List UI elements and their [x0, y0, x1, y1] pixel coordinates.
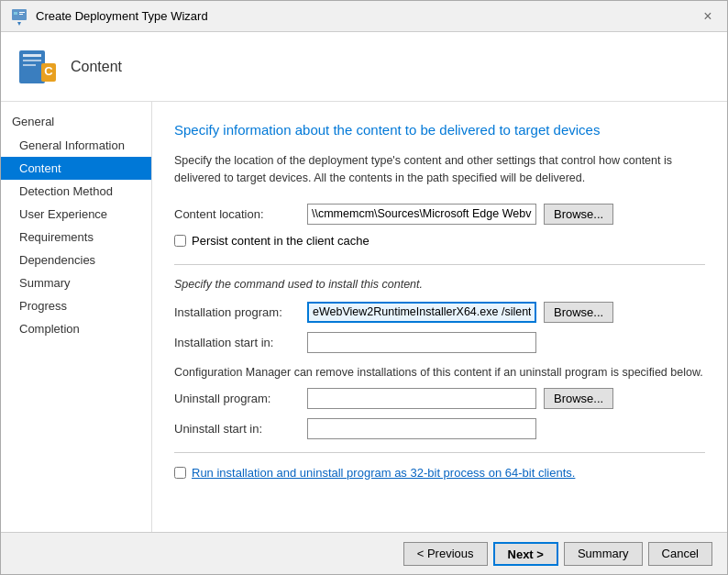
uninstall-program-browse-button[interactable]: Browse... — [544, 388, 613, 409]
persist-cache-checkbox[interactable] — [174, 235, 186, 247]
sidebar-item-summary[interactable]: Summary — [1, 271, 151, 294]
sidebar-item-dependencies[interactable]: Dependencies — [1, 249, 151, 271]
svg-marker-4 — [17, 22, 21, 26]
header-area: C Content — [1, 32, 727, 102]
content-title: Specify information about the content to… — [174, 120, 705, 139]
previous-button[interactable]: < Previous — [403, 542, 488, 566]
removal-notice: Configuration Manager can remove install… — [174, 366, 705, 379]
section-divider-1 — [174, 264, 705, 265]
svg-rect-8 — [23, 64, 36, 66]
sidebar-item-detection-method[interactable]: Detection Method — [1, 180, 151, 203]
sidebar-item-progress[interactable]: Progress — [1, 294, 151, 317]
svg-rect-7 — [23, 60, 41, 61]
persist-cache-label: Persist content in the client cache — [192, 234, 370, 248]
install-program-row: Installation program: Browse... — [174, 302, 705, 323]
run-32bit-label: Run installation and uninstall program a… — [192, 466, 575, 480]
svg-rect-6 — [23, 54, 41, 57]
persist-cache-row: Persist content in the client cache — [174, 234, 705, 248]
sidebar-item-user-experience[interactable]: User Experience — [1, 203, 151, 226]
description-text: Specify the location of the deployment t… — [174, 152, 705, 187]
install-start-in-label: Installation start in: — [174, 336, 307, 349]
content-location-input[interactable] — [307, 204, 536, 225]
run-32bit-row: Run installation and uninstall program a… — [174, 466, 705, 480]
uninstall-start-in-row: Uninstall start in: — [174, 418, 705, 439]
install-program-label: Installation program: — [174, 305, 307, 319]
sidebar-item-general-information[interactable]: General Information — [1, 134, 151, 157]
run-32bit-checkbox[interactable] — [174, 467, 186, 479]
main-area: General General Information Content Dete… — [1, 102, 727, 532]
cancel-button[interactable]: Cancel — [648, 542, 712, 566]
install-start-in-row: Installation start in: — [174, 332, 705, 353]
uninstall-program-input[interactable] — [307, 388, 536, 409]
install-program-input[interactable] — [307, 302, 536, 323]
sidebar: General General Information Content Dete… — [1, 102, 152, 532]
sidebar-item-content[interactable]: Content — [1, 157, 151, 180]
install-start-in-input[interactable] — [307, 332, 536, 353]
content-icon: C — [16, 45, 60, 89]
dialog-title: Create Deployment Type Wizard — [36, 9, 208, 23]
sidebar-item-completion[interactable]: Completion — [1, 317, 151, 340]
uninstall-program-label: Uninstall program: — [174, 392, 307, 405]
uninstall-start-in-input[interactable] — [307, 418, 536, 439]
sidebar-section-general: General — [1, 109, 151, 134]
wizard-icon — [10, 7, 28, 26]
content-location-browse-button[interactable]: Browse... — [544, 204, 613, 225]
content-location-label: Content location: — [174, 207, 307, 221]
svg-rect-2 — [19, 12, 25, 13]
install-program-browse-button[interactable]: Browse... — [544, 302, 613, 323]
install-section-title: Specify the command used to install this… — [174, 278, 705, 291]
uninstall-start-in-label: Uninstall start in: — [174, 422, 307, 436]
header-title: Content — [71, 59, 122, 75]
svg-text:C: C — [44, 64, 53, 78]
uninstall-program-row: Uninstall program: Browse... — [174, 388, 705, 409]
dialog-window: Create Deployment Type Wizard × C Conten… — [0, 0, 728, 575]
sidebar-item-requirements[interactable]: Requirements — [1, 226, 151, 249]
title-bar-left: Create Deployment Type Wizard — [10, 7, 208, 26]
content-location-row: Content location: Browse... — [174, 204, 705, 225]
footer-bar: < Previous Next > Summary Cancel — [1, 532, 727, 574]
summary-button[interactable]: Summary — [564, 542, 643, 566]
svg-rect-1 — [14, 12, 17, 15]
content-panel: Specify information about the content to… — [152, 102, 727, 532]
section-divider-2 — [174, 452, 705, 453]
next-button[interactable]: Next > — [493, 542, 558, 566]
title-bar: Create Deployment Type Wizard × — [1, 1, 727, 32]
svg-rect-3 — [19, 14, 23, 15]
close-button[interactable]: × — [698, 6, 718, 27]
